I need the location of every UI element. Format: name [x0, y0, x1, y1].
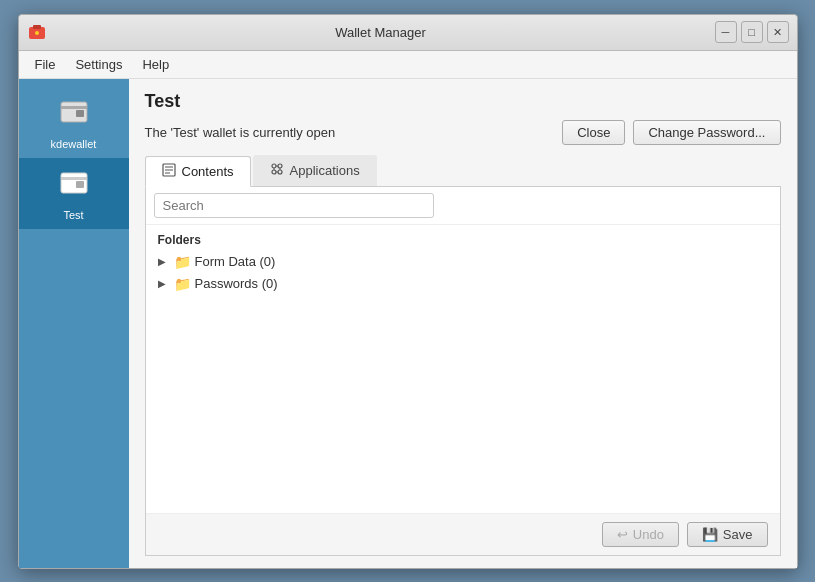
save-label: Save: [723, 527, 753, 542]
chevron-right-icon: ▶: [158, 256, 170, 267]
svg-point-16: [278, 170, 282, 174]
svg-rect-4: [61, 106, 87, 109]
close-wallet-button[interactable]: Close: [562, 120, 625, 145]
undo-label: Undo: [633, 527, 664, 542]
window-title: Wallet Manager: [47, 25, 715, 40]
main-panel: Test The 'Test' wallet is currently open…: [129, 79, 797, 568]
sidebar-item-test[interactable]: Test: [19, 158, 129, 229]
svg-rect-1: [33, 25, 41, 29]
svg-point-14: [278, 164, 282, 168]
sidebar-item-test-label: Test: [63, 209, 83, 221]
folder-passwords[interactable]: ▶ 📁 Passwords (0): [146, 273, 780, 295]
title-bar: Wallet Manager ─ □ ✕: [19, 15, 797, 51]
minimize-button[interactable]: ─: [715, 21, 737, 43]
wallet-status-bar: The 'Test' wallet is currently open Clos…: [145, 120, 781, 145]
folder-icon-2: 📁: [174, 276, 191, 292]
menu-help[interactable]: Help: [134, 54, 177, 75]
tab-contents-label: Contents: [182, 164, 234, 179]
main-window: Wallet Manager ─ □ ✕ File Settings Help: [18, 14, 798, 569]
search-bar: [146, 187, 780, 225]
change-password-button[interactable]: Change Password...: [633, 120, 780, 145]
panel-title: Test: [145, 91, 781, 112]
sidebar-item-kdewallet-label: kdewallet: [51, 138, 97, 150]
folder-form-data-label: Form Data (0): [195, 254, 276, 269]
svg-point-15: [272, 170, 276, 174]
applications-tab-icon: [270, 162, 284, 179]
sidebar-item-kdewallet[interactable]: kdewallet: [19, 87, 129, 158]
tabs: Contents: [145, 155, 781, 187]
contents-tab-icon: [162, 163, 176, 180]
wallet-buttons: Close Change Password...: [562, 120, 780, 145]
svg-rect-5: [76, 110, 84, 117]
folders-area: Folders ▶ 📁 Form Data (0) ▶ 📁 Passwords …: [146, 225, 780, 513]
svg-point-2: [35, 31, 39, 35]
bottom-bar: ↩ Undo 💾 Save: [146, 513, 780, 555]
folder-form-data[interactable]: ▶ 📁 Form Data (0): [146, 251, 780, 273]
window-controls: ─ □ ✕: [715, 21, 789, 43]
save-button[interactable]: 💾 Save: [687, 522, 768, 547]
search-input[interactable]: [154, 193, 434, 218]
svg-point-13: [272, 164, 276, 168]
content-box: Folders ▶ 📁 Form Data (0) ▶ 📁 Passwords …: [145, 187, 781, 556]
menu-bar: File Settings Help: [19, 51, 797, 79]
menu-file[interactable]: File: [27, 54, 64, 75]
chevron-right-icon-2: ▶: [158, 278, 170, 289]
folder-passwords-label: Passwords (0): [195, 276, 278, 291]
folders-header: Folders: [146, 229, 780, 251]
wallet-status-text: The 'Test' wallet is currently open: [145, 125, 336, 140]
test-icon: [58, 166, 90, 205]
folder-icon: 📁: [174, 254, 191, 270]
sidebar: kdewallet Test: [19, 79, 129, 568]
svg-rect-8: [76, 181, 84, 188]
tab-applications[interactable]: Applications: [253, 155, 377, 186]
kdewallet-icon: [58, 95, 90, 134]
maximize-button[interactable]: □: [741, 21, 763, 43]
tab-applications-label: Applications: [290, 163, 360, 178]
undo-button[interactable]: ↩ Undo: [602, 522, 679, 547]
tab-contents[interactable]: Contents: [145, 156, 251, 187]
content-area: kdewallet Test Test The 'Test' wallet is…: [19, 79, 797, 568]
svg-rect-7: [61, 177, 87, 180]
menu-settings[interactable]: Settings: [67, 54, 130, 75]
close-button[interactable]: ✕: [767, 21, 789, 43]
undo-icon: ↩: [617, 527, 628, 542]
save-icon: 💾: [702, 527, 718, 542]
app-icon: [27, 22, 47, 42]
